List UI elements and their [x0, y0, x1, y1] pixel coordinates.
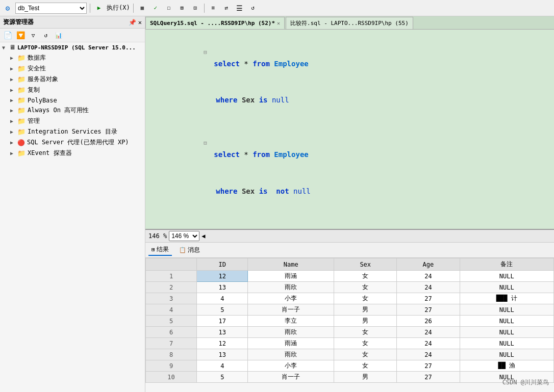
- cell-name[interactable]: 雨涵: [248, 271, 334, 282]
- cell-id[interactable]: 5: [197, 304, 248, 316]
- cell-age[interactable]: 26: [397, 316, 460, 327]
- filter2-icon[interactable]: ▽: [28, 30, 39, 41]
- result-tab-messages[interactable]: 📋 消息: [176, 245, 203, 255]
- sidebar-item-xevent[interactable]: ▶ 📁 XEvent 探查器: [0, 148, 145, 159]
- result-table-wrapper[interactable]: ID Name Sex Age 备注 112雨涵女24NULL213雨欣女24N…: [145, 258, 554, 392]
- cell-note[interactable]: ███ 计: [460, 293, 553, 304]
- cell-id[interactable]: 13: [197, 327, 248, 338]
- cell-sex[interactable]: 男: [334, 304, 397, 316]
- cell-age[interactable]: 27: [397, 293, 460, 304]
- cell-name[interactable]: 肖一子: [248, 372, 334, 383]
- table-row[interactable]: 517李立男26NULL: [146, 316, 554, 327]
- cell-name[interactable]: 小李: [248, 360, 334, 372]
- sidebar-pin-icon[interactable]: 📌: [129, 19, 136, 26]
- cell-id[interactable]: 5: [197, 372, 248, 383]
- col-name[interactable]: Name: [248, 258, 334, 271]
- parse-icon[interactable]: ☐: [163, 3, 174, 14]
- result-tab-results[interactable]: ⊞ 结果: [148, 244, 172, 256]
- cell-sex[interactable]: 女: [334, 282, 397, 293]
- sidebar-item-polybase[interactable]: ▶ 📁 PolyBase: [0, 95, 145, 105]
- cell-note[interactable]: NULL: [460, 349, 553, 360]
- indent-icon[interactable]: ≡: [208, 3, 219, 14]
- tab-sqlquery15[interactable]: SQLQuery15.sql - ....RSSD9IP\hp (52)* ✕: [145, 17, 285, 29]
- tab-close-icon[interactable]: ✕: [277, 20, 280, 26]
- sidebar-item-alwayson[interactable]: ▶ 📁 Always On 高可用性: [0, 105, 145, 116]
- cell-note[interactable]: NULL: [460, 271, 553, 282]
- cell-note[interactable]: ██ 渔: [460, 360, 553, 372]
- execute-label[interactable]: 执行(X): [107, 4, 130, 12]
- stop-icon[interactable]: ■: [137, 3, 148, 14]
- zoom-selector[interactable]: 146 % 100 % 150 % 200 %: [169, 231, 199, 241]
- table-row[interactable]: 34小李女27███ 计: [146, 293, 554, 304]
- table-row[interactable]: 712雨涵女24NULL: [146, 338, 554, 349]
- cell-name[interactable]: 肖一子: [248, 304, 334, 316]
- sidebar-item-security[interactable]: ▶ 📁 安全性: [0, 63, 145, 74]
- cell-id[interactable]: 12: [197, 338, 248, 349]
- cell-age[interactable]: 24: [397, 338, 460, 349]
- check-icon[interactable]: ✓: [150, 3, 161, 14]
- cell-sex[interactable]: 女: [334, 338, 397, 349]
- cell-sex[interactable]: 女: [334, 271, 397, 282]
- refresh2-icon[interactable]: ↺: [40, 30, 52, 41]
- cell-sex[interactable]: 女: [334, 349, 397, 360]
- cell-age[interactable]: 27: [397, 360, 460, 372]
- cell-sex[interactable]: 女: [334, 293, 397, 304]
- cell-age[interactable]: 24: [397, 271, 460, 282]
- table-row[interactable]: 94小李女27██ 渔: [146, 360, 554, 372]
- table-row[interactable]: 45肖一子男27NULL: [146, 304, 554, 316]
- cell-sex[interactable]: 女: [334, 360, 397, 372]
- cell-note[interactable]: NULL: [460, 316, 553, 327]
- table-row[interactable]: 813雨欣女24NULL: [146, 349, 554, 360]
- results-icon[interactable]: ⊞: [177, 3, 188, 14]
- table-row[interactable]: 613雨欣女24NULL: [146, 327, 554, 338]
- cell-note[interactable]: NULL: [460, 282, 553, 293]
- table-row[interactable]: 105肖一子男27NULL: [146, 372, 554, 383]
- cell-name[interactable]: 雨欣: [248, 282, 334, 293]
- execute-icon[interactable]: ▶: [93, 3, 105, 14]
- col-age[interactable]: Age: [397, 258, 460, 271]
- cell-id[interactable]: 13: [197, 349, 248, 360]
- sidebar-item-server[interactable]: ▼ 🖥 LAPTOP-NRSSD9IP (SQL Server 15.0...: [0, 42, 145, 53]
- grid-icon[interactable]: ⊡: [190, 3, 201, 14]
- cell-age[interactable]: 24: [397, 282, 460, 293]
- sidebar-item-integration[interactable]: ▶ 📁 Integration Services 目录: [0, 126, 145, 137]
- collapse-btn-2[interactable]: ⊟: [204, 140, 207, 146]
- table-row[interactable]: 213雨欣女24NULL: [146, 282, 554, 293]
- cell-age[interactable]: 24: [397, 327, 460, 338]
- cell-sex[interactable]: 男: [334, 316, 397, 327]
- sidebar-close-icon[interactable]: ✕: [138, 19, 142, 26]
- cell-age[interactable]: 27: [397, 304, 460, 316]
- cell-note[interactable]: NULL: [460, 327, 553, 338]
- cell-note[interactable]: NULL: [460, 338, 553, 349]
- tab-comparesym[interactable]: 比较符.sql - LAPTO...RSSD9IP\hp (55): [286, 17, 413, 29]
- col-sex[interactable]: Sex: [334, 258, 397, 271]
- sidebar-item-replication[interactable]: ▶ 📁 复制: [0, 85, 145, 95]
- filter-icon[interactable]: 🔽: [15, 30, 26, 41]
- refresh-icon[interactable]: ↺: [247, 3, 259, 14]
- cell-note[interactable]: NULL: [460, 372, 553, 383]
- cell-id[interactable]: 17: [197, 316, 248, 327]
- cell-sex[interactable]: 女: [334, 327, 397, 338]
- sidebar-item-management[interactable]: ▶ 📁 管理: [0, 116, 145, 126]
- new-query-icon[interactable]: 📄: [2, 30, 13, 41]
- graph-icon[interactable]: 📊: [53, 30, 64, 41]
- col-id[interactable]: ID: [197, 258, 248, 271]
- collapse-btn-1[interactable]: ⊟: [204, 49, 207, 56]
- cell-note[interactable]: NULL: [460, 304, 553, 316]
- code-editor[interactable]: ⊟ select * from Employee where Sex is nu…: [145, 30, 554, 229]
- sidebar-item-databases[interactable]: ▶ 📁 数据库: [0, 53, 145, 63]
- table-row[interactable]: 112雨涵女24NULL: [146, 271, 554, 282]
- cell-name[interactable]: 雨涵: [248, 338, 334, 349]
- scroll-left-icon[interactable]: ◀: [202, 232, 205, 240]
- cell-sex[interactable]: 男: [334, 372, 397, 383]
- cell-name[interactable]: 李立: [248, 316, 334, 327]
- cell-id[interactable]: 12: [197, 271, 248, 282]
- cell-name[interactable]: 小李: [248, 293, 334, 304]
- align-icon[interactable]: ☰: [234, 3, 245, 14]
- format-icon[interactable]: ⇄: [221, 3, 232, 14]
- sidebar-item-server-objects[interactable]: ▶ 📁 服务器对象: [0, 74, 145, 85]
- col-note[interactable]: 备注: [460, 258, 553, 271]
- cell-age[interactable]: 27: [397, 372, 460, 383]
- cell-age[interactable]: 24: [397, 349, 460, 360]
- cell-name[interactable]: 雨欣: [248, 327, 334, 338]
